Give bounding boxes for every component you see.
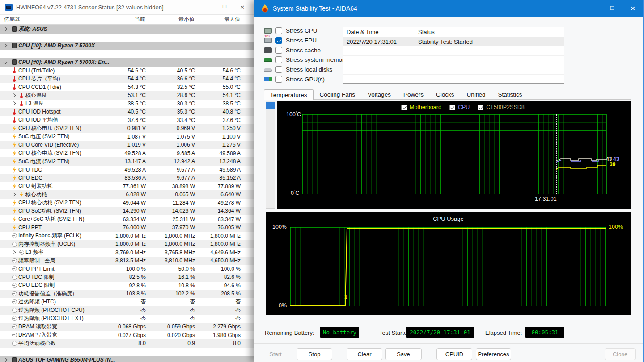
column-current[interactable]: 当前 [104,15,150,24]
log-column-status[interactable]: Status [416,29,555,35]
sensor-row[interactable]: 频率限制 - 全局3,813.5 MHz3,810.0 MHz4,650.0 M… [0,257,254,265]
log-row[interactable]: 2022/7/20 17:31:01Stability Test: Starte… [343,37,564,46]
sensor-group-row[interactable]: CPU [#0]: AMD Ryzen 7 5700X: En... [0,58,254,67]
legend-checkbox-checked[interactable] [401,105,407,110]
sensor-row[interactable]: CPU 芯片（平均）54.4 °C36.6 °C54.4 °C [0,75,254,83]
sensor-row[interactable]: 核心功耗6.028 W0.065 W6.640 W [0,190,254,199]
column-maximum[interactable]: 最大值 [199,15,245,24]
sensor-row[interactable]: CPU CCD1 (Tdie)54.3 °C32.5 °C55.0 °C [0,83,254,92]
clear-button[interactable]: Clear [347,348,382,360]
stress-option[interactable]: Stress system memory [264,55,356,65]
tab-powers[interactable]: Powers [397,89,430,99]
sensor-row[interactable]: SoC 电压 (SVI2 TFN)1.087 V1.075 V1.100 V [0,133,254,141]
sensor-row[interactable]: L3 温度38.5 °C30.3 °C38.5 °C [0,100,254,108]
sensor-row[interactable]: L3 频率3,769.0 MHz3,765.8 MHz4,649.6 MHz [0,248,254,257]
aida64-close-icon[interactable]: ✕ [623,0,643,17]
sensor-row[interactable]: 过热降频 (PROCHOT EXT)否否否 [0,315,254,323]
sensor-row[interactable]: SoC 电流 (SVI2 TFN)13.147 A12.942 A13.248 … [0,157,254,166]
sensor-row[interactable]: DRAM 读取带宽0.068 Gbps0.059 Gbps2.279 Gbps [0,323,254,331]
tab-clocks[interactable]: Clocks [430,89,461,99]
expand-chevron-icon[interactable] [4,44,7,47]
sensor-row[interactable]: CPU 封装功耗77.861 W38.898 W77.889 W [0,182,254,191]
sensor-row[interactable]: 核心温度53.1 °C28.6 °C54.1 °C [0,91,254,100]
hwinfo-maximize-icon[interactable]: ☐ [220,4,229,11]
sensor-row[interactable]: CPU TDC49.528 A9.677 A49.589 A [0,166,254,174]
preferences-button[interactable]: Preferences [476,348,511,360]
temperature-scrollbar-thumb[interactable] [266,102,275,109]
hwinfo-table-header: 传感器 当前 最小值 最大值 [0,15,254,25]
column-minimum[interactable]: 最小值 [150,15,199,24]
sensor-row[interactable]: CPU IOD Hotspot40.5 °C35.3 °C40.8 °C [0,108,254,116]
sensor-group-row[interactable]: CPU [#0]: AMD Ryzen 7 5700X [0,42,254,50]
sensor-row[interactable]: Core+SoC 功耗 (SVI2 TFN)63.334 W25.311 W63… [0,215,254,224]
checkbox-unchecked[interactable] [275,76,282,83]
legend-item-ct500p2ssd8[interactable]: CT500P2SSD8 [478,104,524,110]
sensor-row[interactable]: CPU 核心功耗 (SVI2 TFN)49.044 W11.284 W49.27… [0,199,254,207]
tab-cooling-fans[interactable]: Cooling Fans [314,89,362,99]
test-log-table[interactable]: Date & Time Status 2022/7/20 17:31:01Sta… [343,27,564,84]
save-button[interactable]: Save [385,348,422,360]
aida64-maximize-icon[interactable]: ☐ [602,0,623,17]
sensor-row[interactable]: 过热降频 (HTC)否否否 [0,298,254,307]
legend-item-motherboard[interactable]: Motherboard [401,104,441,110]
legend-checkbox-checked[interactable] [449,105,455,110]
sensor-row[interactable]: CPU 核心电压 (SVI2 TFN)0.981 V0.969 V1.250 V [0,124,254,133]
sensor-row[interactable]: CPU Core VID (Effective)1.019 V1.006 V1.… [0,141,254,149]
expand-chevron-icon[interactable] [12,193,16,196]
checkbox-unchecked[interactable] [275,66,282,73]
legend-item-cpu[interactable]: CPU [449,104,470,110]
cpuid-button[interactable]: CPUID [436,348,472,360]
expand-chevron-icon[interactable] [12,101,16,105]
hwinfo-minimize-icon[interactable]: – [202,4,212,11]
expand-chevron-icon[interactable] [12,250,16,254]
sensor-group-row[interactable]: ASUS TUF GAMING B550M-PLUS (N... [0,356,254,362]
expand-chevron-icon[interactable] [12,93,16,97]
sensor-row[interactable]: CPU EDC 限制92.8 %10.8 %94.6 % [0,282,254,290]
sensor-max-value: 1.100 V [199,134,245,140]
expand-chevron-icon[interactable] [4,358,7,362]
tab-temperatures[interactable]: Temperatures [264,89,314,100]
sensor-row[interactable]: CPU TDC 限制82.5 %16.1 %82.6 % [0,273,254,282]
sensor-row[interactable]: CPU IOD 平均值37.6 °C33.4 °C37.6 °C [0,116,254,125]
expand-chevron-icon[interactable] [4,27,7,31]
sensor-row[interactable]: 过热降频 (PROCHOT CPU)否否否 [0,306,254,315]
stress-option[interactable]: Stress cache [264,45,356,55]
aida64-minimize-icon[interactable]: – [581,0,602,17]
hwinfo-titlebar[interactable]: HWiNFO64 v7.22-4731 Sensor Status [32 va… [0,0,254,15]
sensor-current-value: 83.536 A [104,175,150,181]
sensor-row[interactable]: Infinity Fabric 频率 (FCLK)1,800.0 MHz1,80… [0,232,254,240]
log-column-datetime[interactable]: Date & Time [343,29,416,35]
sensor-row[interactable]: 功耗报告偏差（准确度）103.8 %102.2 %208.5 % [0,290,254,298]
sensor-row[interactable]: CPU 核心电流 (SVI2 TFN)49.528 A9.685 A49.589… [0,149,254,158]
sensor-min-value: 11.284 W [150,200,199,206]
tab-voltages[interactable]: Voltages [361,89,397,99]
tab-unified[interactable]: Unified [460,89,491,99]
sensor-row[interactable]: CPU PPT Limit100.0 %50.0 %100.0 % [0,265,254,274]
sensor-row[interactable]: 内存控制器频率 (UCLK)1,800.0 MHz1,800.0 MHz1,80… [0,240,254,248]
stop-button[interactable]: Stop [297,348,332,360]
legend-checkbox-checked[interactable] [478,105,483,110]
checkbox-unchecked[interactable] [275,27,282,34]
stress-option[interactable]: Stress CPU [264,26,356,36]
stress-option[interactable]: Stress GPU(s) [264,74,356,84]
checkbox-unchecked[interactable] [275,56,282,63]
aida64-titlebar[interactable]: System Stability Test - AIDA64 – ☐ ✕ [254,0,643,17]
sensor-min-value: 9.685 A [150,150,199,156]
checkbox-unchecked[interactable] [275,47,282,54]
sensor-row[interactable]: CPU SoC功耗 (SVI2 TFN)14.290 W14.026 W14.3… [0,207,254,215]
sensor-row[interactable]: DRAM 写入带宽0.027 Gbps0.020 Gbps1.980 Gbps [0,331,254,340]
sensor-row[interactable]: CPU (Tctl/Tdie)54.6 °C40.5 °C54.6 °C [0,67,254,75]
column-sensor[interactable]: 传感器 [0,15,104,24]
expand-chevron-icon[interactable] [4,60,7,64]
stress-option[interactable]: Stress local disks [264,65,356,75]
temperature-scrollbar[interactable] [266,101,275,209]
checkbox-checked[interactable] [275,37,282,44]
sensor-row[interactable]: CPU EDC83.536 A9.677 A85.152 A [0,174,254,182]
sensor-row[interactable]: CPU PPT76.000 W37.970 W76.005 W [0,223,254,232]
battery-lcd: No battery [320,327,359,338]
hwinfo-close-icon[interactable]: ✕ [237,4,247,11]
sensor-group-row[interactable]: 系统: ASUS [0,25,254,34]
stress-option[interactable]: Stress FPU [264,36,356,46]
tab-statistics[interactable]: Statistics [491,89,528,99]
sensor-row[interactable]: 平均活动核心数8.00.98.0 [0,339,254,348]
